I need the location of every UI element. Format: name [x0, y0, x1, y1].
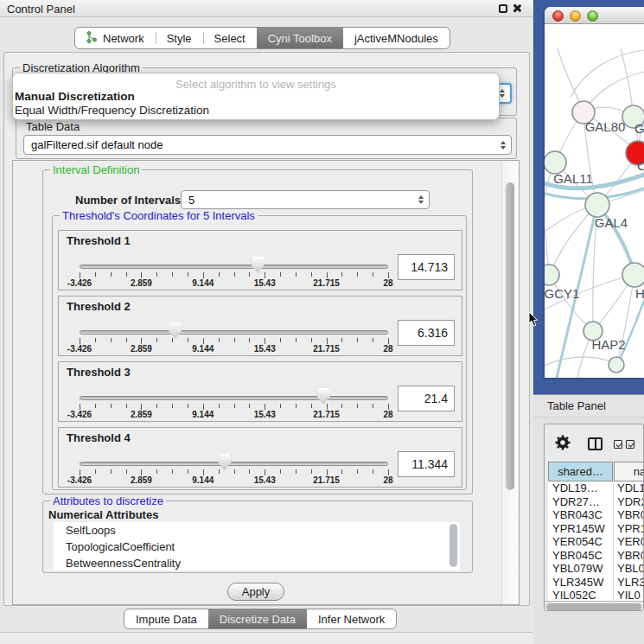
tab-discretize-data[interactable]: Discretize Data: [208, 609, 307, 628]
threshold-value-field[interactable]: 21.4: [398, 386, 455, 411]
cell-shared-name[interactable]: YER054C: [548, 535, 614, 549]
cell-name[interactable]: YDR2: [614, 495, 644, 509]
threshold-value-field[interactable]: 14.713: [398, 254, 455, 280]
network-edge[interactable]: [584, 72, 644, 111]
cell-name[interactable]: YPR1: [614, 522, 644, 536]
control-panel-titlebar: Control Panel: [0, 0, 533, 17]
tab-label: Discretize Data: [220, 613, 296, 626]
table-row[interactable]: YER054CYER0: [548, 535, 644, 549]
cell-shared-name[interactable]: YIL052C: [548, 589, 614, 602]
tab-jactivemnodules[interactable]: jActiveMNodules: [343, 28, 450, 48]
node-label: GAL4: [595, 215, 628, 230]
network-edge[interactable]: [571, 50, 644, 98]
tab-label: Select: [214, 32, 245, 45]
attribute-item[interactable]: TopologicalCoefficient: [54, 539, 460, 555]
threshold-value-field[interactable]: 6.316: [398, 320, 455, 346]
close-icon[interactable]: [512, 3, 521, 13]
slider-thumb[interactable]: [218, 454, 231, 470]
algorithm-dropdown-popup: Select algorithm to view settings Manual…: [12, 73, 500, 120]
bottom-strip: [0, 632, 533, 644]
slider-track[interactable]: [80, 265, 388, 269]
node-label: H: [635, 286, 644, 301]
table-row[interactable]: YBL079WYBL0: [548, 562, 644, 576]
cell-name[interactable]: YBR0: [614, 508, 644, 522]
table-row[interactable]: YPR145WYPR1: [548, 522, 644, 536]
checkbox-icon[interactable]: [614, 440, 622, 449]
cell-shared-name[interactable]: YDR27…: [548, 495, 614, 509]
threshold-label: Threshold 3: [67, 366, 131, 379]
column-header-name[interactable]: na: [614, 462, 644, 481]
table-row[interactable]: YIL052CYIL0: [548, 589, 644, 602]
gear-icon[interactable]: [555, 435, 571, 453]
cell-shared-name[interactable]: YBR045C: [548, 549, 614, 563]
slider-track[interactable]: [80, 462, 388, 466]
attribute-item[interactable]: SelfLoops: [54, 522, 460, 539]
slider-thumb[interactable]: [317, 388, 330, 405]
apply-button[interactable]: Apply: [227, 583, 284, 601]
table-row[interactable]: YBR045CYBR0: [548, 549, 644, 563]
checkbox-icon[interactable]: [626, 440, 634, 449]
tab-label: Impute Data: [136, 613, 197, 626]
zoom-traffic-light-icon[interactable]: [587, 10, 598, 22]
cell-name[interactable]: YBR0: [614, 549, 644, 563]
combo-stepper-icon: [501, 141, 506, 150]
list-scrollbar[interactable]: [450, 524, 457, 567]
network-node[interactable]: [545, 265, 559, 285]
table-body: YDL19…YDL1YDR27…YDR2YBR043CYBR0YPR145WYP…: [548, 481, 644, 602]
threshold-coordinates-group: Threshold's Coordinates for 5 Intervals …: [52, 215, 467, 490]
table-row[interactable]: YBR043CYBR0: [548, 508, 644, 522]
close-traffic-light-icon[interactable]: [552, 10, 564, 22]
network-window-titlebar: [545, 7, 644, 24]
group-title: Threshold's Coordinates for 5 Intervals: [60, 210, 258, 222]
cell-shared-name[interactable]: YDL19…: [548, 481, 614, 495]
number-of-intervals-combobox[interactable]: 5: [181, 190, 430, 209]
threshold-box: Threshold 1 -3.4262.8599.14415.4321.7152…: [58, 230, 462, 290]
cell-name[interactable]: YBL0: [614, 562, 644, 576]
tab-style[interactable]: Style: [156, 28, 203, 48]
table-hscrollbar-track[interactable]: [545, 601, 644, 611]
tab-cyni-toolbox[interactable]: Cyni Toolbox: [257, 28, 343, 48]
table-row[interactable]: YDR27…YDR2: [548, 495, 644, 509]
table-row[interactable]: YDL19…YDL1: [548, 481, 644, 495]
float-window-icon[interactable]: [499, 4, 507, 13]
cell-shared-name[interactable]: YBR043C: [548, 508, 614, 522]
cell-name[interactable]: YIL0: [614, 589, 644, 602]
threshold-label: Threshold 1: [67, 234, 131, 247]
slider-thumb[interactable]: [169, 322, 182, 339]
table-hscrollbar-thumb[interactable]: [546, 603, 641, 610]
minimize-traffic-light-icon[interactable]: [570, 10, 581, 22]
attribute-item[interactable]: BetweennessCentrality: [54, 555, 460, 571]
column-header-shared-name[interactable]: shared…: [548, 462, 613, 481]
show-columns-icon[interactable]: [588, 437, 603, 450]
threshold-label: Threshold 4: [67, 431, 131, 444]
tab-infer-network[interactable]: Infer Network: [307, 609, 396, 628]
node-label: C: [637, 158, 644, 173]
network-node[interactable]: [585, 193, 609, 217]
table-data-combobox[interactable]: galFiltered.sif default node: [23, 135, 512, 155]
slider-thumb[interactable]: [252, 257, 265, 273]
slider-track[interactable]: [80, 396, 388, 400]
threshold-value-field[interactable]: 11.344: [398, 451, 455, 477]
combo-stepper-icon: [418, 195, 424, 204]
cell-shared-name[interactable]: YLR345W: [548, 576, 614, 590]
settings-scrollbar-thumb[interactable]: [506, 182, 514, 490]
tab-impute-data[interactable]: Impute Data: [124, 609, 208, 628]
cell-name[interactable]: YER0: [614, 535, 644, 549]
control-panel: Control Panel Network: [0, 0, 533, 644]
slider-track[interactable]: [80, 330, 388, 335]
table-row[interactable]: YLR345WYLR3: [548, 576, 644, 590]
tab-network[interactable]: Network: [75, 28, 156, 48]
network-canvas[interactable]: GAL80GACGAL11GAL4GCY1HHAP2: [545, 24, 644, 378]
table-data-value: galFiltered.sif default node: [31, 138, 163, 151]
cell-name[interactable]: YDL1: [614, 481, 644, 495]
cell-shared-name[interactable]: YBL079W: [548, 562, 614, 576]
algorithm-option[interactable]: Manual Discretization: [15, 90, 497, 104]
algorithm-option[interactable]: Equal Width/Frequency Discretization: [15, 104, 497, 118]
numerical-attributes-list[interactable]: SelfLoopsTopologicalCoefficientBetweenne…: [54, 522, 460, 571]
cell-name[interactable]: YLR3: [614, 576, 644, 590]
network-node[interactable]: [609, 357, 624, 373]
network-node[interactable]: [622, 263, 644, 287]
settings-scrollbar-track[interactable]: [501, 162, 519, 604]
tab-select[interactable]: Select: [203, 28, 257, 48]
cell-shared-name[interactable]: YPR145W: [548, 522, 614, 536]
